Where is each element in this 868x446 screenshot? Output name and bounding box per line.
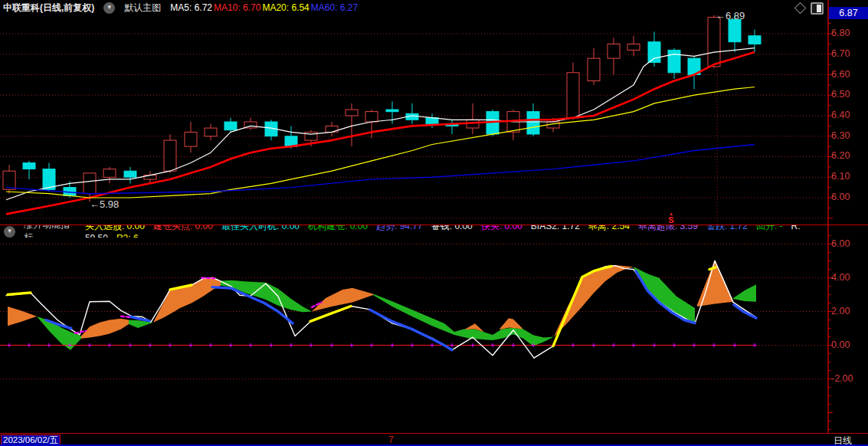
indicator-chevron-circle-icon[interactable]: ▾: [4, 226, 15, 238]
indicator-header: ▾ 涨升动能指标 买入选股: 0.00建仓买点: 0.00最佳买入时机: 0.0…: [0, 225, 831, 238]
main-axis-label: 6.20: [831, 150, 865, 161]
indicator-field-3: 机构建仓: 0.00: [308, 225, 368, 231]
main-chart-header: 中联重科(日线,前复权) ▾ 默认主图 MA5: 6.72MA10: 6.70M…: [0, 0, 831, 15]
ma-value-2: MA20: 6.54: [262, 2, 309, 13]
sub-axis-label: 6.00: [831, 238, 865, 249]
ma-value-3: MA60: 6.27: [311, 2, 358, 13]
indicator-field-5: 备钱: 0.00: [431, 225, 473, 231]
indicator-field-2: 最佳买入时机: 0.00: [221, 225, 300, 231]
main-chart-style-label[interactable]: 默认主图: [124, 2, 161, 15]
chevron-circle-icon[interactable]: ▾: [103, 2, 115, 14]
last-price-badge: 6.87: [829, 7, 868, 19]
sub-axis-label: 4.00: [831, 272, 865, 283]
main-axis-label: 6.00: [831, 192, 865, 202]
month-marker: 7: [388, 435, 394, 445]
sub-axis-label: -2.00: [831, 373, 865, 384]
signal-marker: ▴ S: [666, 212, 676, 224]
main-candlestick-plot[interactable]: [0, 15, 828, 225]
ma-value-1: MA10: 6.70: [214, 2, 260, 13]
panel-layout-icon-fill: [817, 5, 821, 12]
panel-layout-icon[interactable]: [811, 2, 824, 15]
chevron-down-icon: ▾: [108, 4, 112, 11]
indicator-field-4: 趋势: 94.77: [376, 225, 423, 231]
indicator-field-list: 买入选股: 0.00建仓买点: 0.00最佳买入时机: 0.00机构建仓: 0.…: [85, 225, 831, 238]
main-axis-label: 6.80: [831, 28, 865, 38]
chevron-down-icon: ▾: [8, 228, 11, 234]
main-axis-label: 6.60: [831, 69, 865, 80]
ma-value-list: MA5: 6.72MA10: 6.70MA20: 6.54MA60: 6.27: [170, 2, 359, 13]
stock-chart-window: 中联重科(日线,前复权) ▾ 默认主图 MA5: 6.72MA10: 6.70M…: [0, 0, 868, 446]
ma-value-0: MA5: 6.72: [170, 2, 212, 13]
high-price-annotation: ←6.89: [716, 10, 745, 21]
stock-title: 中联重科(日线,前复权): [3, 2, 94, 15]
main-axis-label: 6.30: [831, 130, 865, 141]
sub-axis-label: 2.00: [831, 306, 865, 316]
indicator-field-10: 警跌: 1.72: [706, 225, 748, 231]
indicator-field-7: BIAS2: 1.72: [531, 225, 580, 231]
main-axis-label: 6.50: [831, 89, 865, 100]
indicator-field-0: 买入选股: 0.00: [85, 225, 145, 231]
sub-axis-label: 0.00: [831, 339, 865, 350]
indicator-field-8: 乖离: 2.54: [588, 225, 630, 231]
low-price-annotation: ←5.98: [90, 198, 119, 210]
signal-letter: S: [666, 216, 676, 224]
indicator-field-11: 回升: -: [756, 225, 783, 231]
main-axis-label: 6.40: [831, 110, 865, 120]
indicator-field-6: 快买: 0.00: [481, 225, 522, 231]
main-axis-label: 6.70: [831, 48, 865, 59]
indicator-field-13: R2: 6: [116, 233, 139, 238]
indicator-field-9: 乖离超限: 3.59: [638, 225, 698, 231]
indicator-name[interactable]: 涨升动能指标: [24, 225, 77, 238]
main-axis-label: 6.10: [831, 171, 865, 182]
indicator-field-1: 建仓买点: 0.00: [153, 225, 213, 231]
indicator-plot[interactable]: [0, 238, 828, 433]
